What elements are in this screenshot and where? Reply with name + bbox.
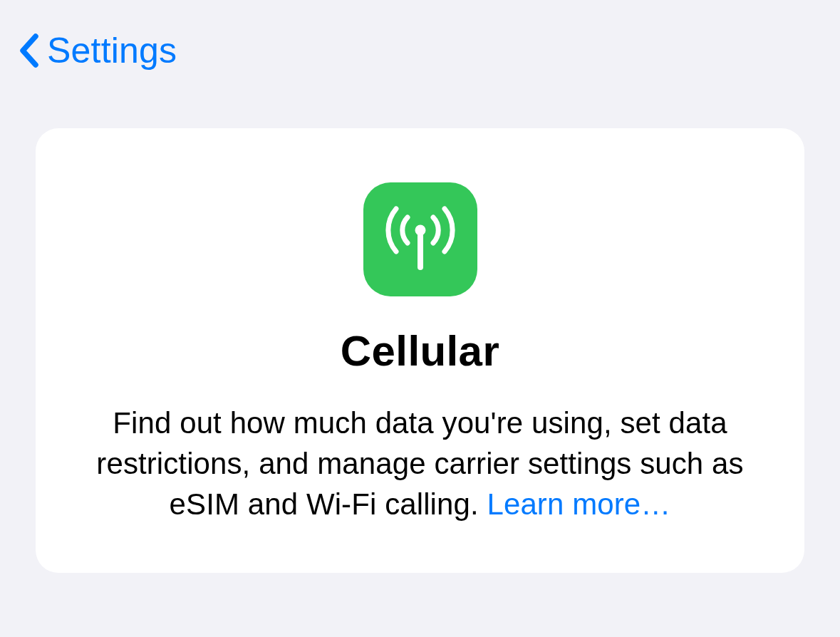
page-title: Cellular (341, 326, 499, 376)
page-description: Find out how much data you're using, set… (78, 403, 762, 524)
chevron-left-icon (17, 31, 40, 70)
nav-bar: Settings (0, 0, 840, 71)
antenna-icon (363, 182, 477, 296)
back-button[interactable]: Settings (17, 30, 177, 71)
learn-more-link[interactable]: Learn more… (487, 487, 670, 521)
back-label: Settings (47, 30, 177, 71)
cellular-card: Cellular Find out how much data you're u… (36, 128, 804, 573)
